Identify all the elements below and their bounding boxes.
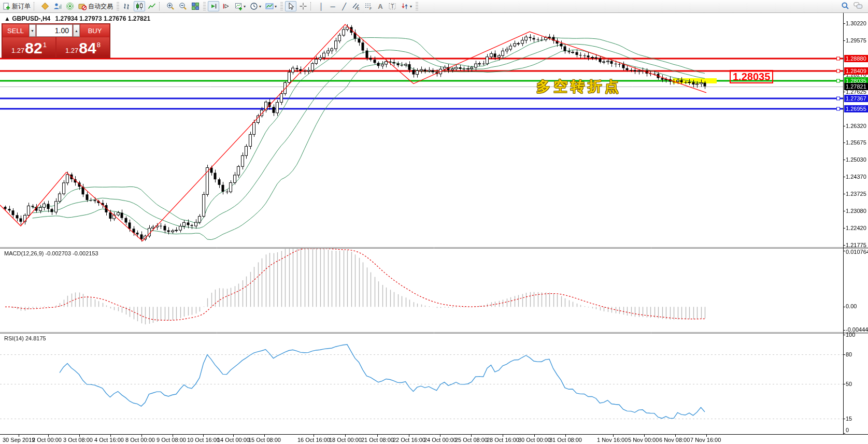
new-order-button[interactable]: 新订单 [1,1,32,11]
autotrading-label: 自动交易 [88,2,113,11]
price-chart-canvas[interactable] [0,0,868,444]
chart-ohlc-values: 1.27934 1.27973 1.27676 1.27821 [55,15,151,22]
time-axis-label: 9 Oct 08:00 [156,437,186,443]
channel-tool-button[interactable]: E [350,1,362,11]
cursor-tool-button[interactable] [285,1,296,11]
time-axis-label: 14 Oct 00:00 [217,437,250,443]
time-axis-label: 3 Oct 08:00 [63,437,93,443]
time-axis-label: 21 Oct 08:00 [361,437,394,443]
buy-price-point: 8 [97,41,101,49]
person-chart-icon [53,2,62,10]
macd-axis-tick: 0.00 [846,303,857,309]
macd-axis-tick: 0.010764 [846,249,868,255]
time-axis-label: 8 Oct 00:00 [125,437,155,443]
sell-price-button[interactable]: 1.27 82 1 [3,37,55,57]
svg-text:F: F [369,7,372,10]
chart-shift-icon [222,2,230,10]
cursor-icon [287,2,295,10]
time-axis-label: 5 Nov 00:00 [628,437,659,443]
market-button[interactable] [39,1,51,11]
vertical-line-icon: │ [319,3,323,10]
time-axis-label: 31 Oct 08:00 [549,437,582,443]
dropdown-arrow-icon: ▾ [410,4,412,9]
chart-header: ▲ GBPUSD-,H4 1.27934 1.27973 1.27676 1.2… [4,15,150,22]
terminal-window: 新订单 自动交易 [0,0,868,444]
price-axis-tick: 1.23080 [846,208,866,214]
crosshair-icon [299,2,307,10]
candlestick-chart-type-button[interactable] [134,1,145,11]
sell-price-base: 1.27 [11,47,24,54]
periods-button[interactable]: ▾ [248,1,263,11]
sell-button[interactable]: SELL [3,24,29,37]
volume-increase-button[interactable]: ▲ [73,24,80,37]
search-button[interactable] [839,1,851,11]
level-price-chip: 1.28409 [844,67,868,75]
new-chart-icon [234,2,243,10]
time-axis-label: 16 Oct 16:00 [297,437,330,443]
rsi-axis-tick: 0 [846,427,849,433]
price-axis-tick: 1.24370 [846,174,866,180]
dropdown-arrow-icon: ▾ [259,4,261,9]
fibonacci-tool-button[interactable]: F [363,1,374,11]
crosshair-tool-button[interactable] [297,1,309,11]
text-tool-button[interactable]: A [375,1,386,11]
time-axis-label: 4 Oct 16:00 [94,437,124,443]
price-axis-tick: 1.25675 [846,139,866,146]
separator [310,2,315,10]
community-button[interactable] [52,1,63,11]
clock-icon [250,2,258,10]
dropdown-arrow-icon: ▾ [244,4,246,9]
price-axis-tick: 1.30220 [846,20,866,26]
turning-point-annotation[interactable]: 多空转折点 [536,77,622,96]
trendline-tool-button[interactable]: ╱ [339,1,349,11]
zoom-out-icon [179,2,187,10]
volume-decrease-button[interactable]: ▼ [29,24,36,37]
price-axis-tick: 1.25030 [846,156,866,163]
autotrading-button[interactable]: 自动交易 [77,1,115,11]
auto-scroll-button[interactable] [208,1,219,11]
arrows-icon [401,2,409,10]
time-axis-label: 22 Oct 16:00 [393,437,425,443]
line-chart-icon [148,2,156,10]
vertical-line-tool-button[interactable]: │ [316,1,326,11]
time-axis-label: 10 Oct 16:00 [187,437,220,443]
toolbar-right-group [839,1,865,11]
template-icon [265,2,274,10]
level-price-chip: 1.28880 [844,55,868,62]
horizontal-line-icon: ─ [330,3,335,10]
rsi-axis-tick: 80 [846,351,852,357]
sell-price-point: 1 [43,41,47,49]
label-tool-button[interactable]: T [387,1,398,11]
line-chart-type-button[interactable] [146,1,158,11]
level-price-chip: 1.26955 [844,105,868,112]
templates-button[interactable]: ▾ [264,1,278,11]
new-chart-button[interactable]: ▾ [233,1,247,11]
time-axis-label: 2 Oct 00:00 [32,437,62,443]
volume-input[interactable]: 1.00 [36,24,73,37]
main-toolbar: 新订单 自动交易 [0,0,868,13]
buy-price-button[interactable]: 1.27 84 8 [56,37,109,57]
signals-button[interactable] [64,1,76,11]
chart-shift-button[interactable] [220,1,232,11]
toolbar-gripper [203,2,206,10]
chat-button[interactable] [852,1,864,11]
horizontal-line-tool-button[interactable]: ─ [328,1,338,11]
separator [159,2,163,10]
tile-windows-button[interactable] [190,1,201,11]
zoom-out-button[interactable] [177,1,189,11]
text-label-icon: T [388,2,396,10]
zoom-in-icon [166,2,175,10]
arrows-tool-button[interactable]: ▾ [399,1,414,11]
candlestick-icon [135,2,144,10]
sell-price-pips: 82 [25,40,42,56]
time-axis-label: 6 Nov 08:00 [659,437,690,443]
bar-chart-type-button[interactable] [121,1,133,11]
time-axis-label: 28 Oct 16:00 [487,437,519,443]
time-axis-label: 25 Oct 08:00 [455,437,488,443]
time-axis-label: 24 Oct 00:00 [424,437,457,443]
buy-button[interactable]: BUY [80,24,109,37]
buy-price-base: 1.27 [65,47,78,54]
zoom-in-button[interactable] [165,1,176,11]
price-axis-tick: 1.29575 [846,37,866,44]
price-callout-label[interactable]: 1.28035 [730,70,773,83]
